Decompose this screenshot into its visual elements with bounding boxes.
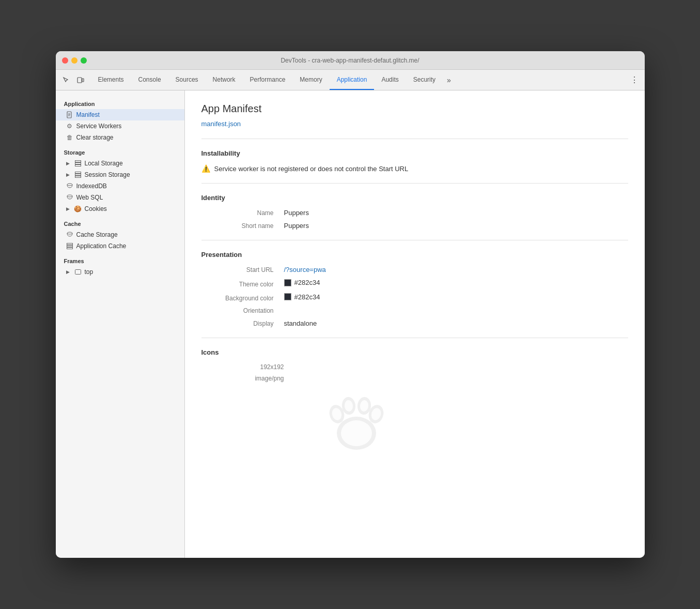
- icon-size-label: 192x192: [260, 363, 284, 371]
- start-url-value: /?source=pwa: [284, 266, 326, 273]
- manifest-icon: [66, 111, 73, 118]
- svg-point-14: [67, 232, 72, 234]
- svg-rect-15: [67, 243, 72, 245]
- indexeddb-icon: [66, 182, 73, 190]
- divider: [201, 240, 628, 240]
- local-storage-icon: [74, 160, 82, 167]
- theme-color-label: Theme color: [201, 281, 284, 288]
- paw-icon-container: [305, 363, 408, 467]
- tab-console[interactable]: Console: [131, 70, 168, 90]
- tab-sources[interactable]: Sources: [168, 70, 206, 90]
- divider: [201, 139, 628, 139]
- short-name-row: Short name Puppers: [201, 222, 628, 230]
- svg-point-24: [341, 420, 372, 446]
- presentation-title: Presentation: [201, 251, 628, 258]
- cookie-icon: 🍪: [74, 205, 82, 212]
- paw-print-icon: [315, 374, 398, 456]
- svg-rect-18: [75, 270, 81, 275]
- display-label: Display: [201, 320, 284, 327]
- session-storage-icon: [74, 171, 82, 178]
- name-row: Name Puppers: [201, 209, 628, 217]
- svg-point-13: [67, 195, 72, 197]
- tab-elements[interactable]: Elements: [91, 70, 131, 90]
- orientation-label: Orientation: [201, 307, 284, 314]
- tab-security[interactable]: Security: [406, 70, 443, 90]
- installability-title: Installability: [201, 149, 628, 157]
- svg-rect-1: [82, 79, 84, 82]
- minimize-button[interactable]: [71, 57, 77, 64]
- start-url-link[interactable]: /?source=pwa: [284, 266, 326, 273]
- svg-rect-0: [77, 78, 82, 83]
- maximize-button[interactable]: [81, 57, 87, 64]
- tab-network[interactable]: Network: [206, 70, 243, 90]
- name-value: Puppers: [284, 209, 309, 217]
- start-url-row: Start URL /?source=pwa: [201, 266, 628, 273]
- name-label: Name: [201, 209, 284, 217]
- more-tabs-button[interactable]: »: [443, 70, 455, 90]
- trash-icon: 🗑: [66, 134, 73, 141]
- sidebar-item-indexeddb[interactable]: IndexedDB: [56, 180, 184, 192]
- svg-rect-11: [75, 176, 81, 178]
- device-icon[interactable]: [74, 74, 87, 86]
- sidebar-item-web-sql[interactable]: Web SQL: [56, 192, 184, 203]
- theme-color-swatch[interactable]: [284, 279, 291, 286]
- svg-rect-17: [67, 248, 72, 249]
- tab-performance[interactable]: Performance: [243, 70, 293, 90]
- sidebar-item-local-storage[interactable]: ▶ Local Storage: [56, 158, 184, 169]
- icon-info: 192x192 image/png: [201, 363, 628, 467]
- svg-rect-7: [75, 163, 81, 164]
- svg-point-12: [67, 184, 72, 186]
- short-name-value: Puppers: [284, 222, 309, 230]
- expand-icon: ▶: [66, 269, 71, 275]
- sidebar-item-clear-storage[interactable]: 🗑 Clear storage: [56, 132, 184, 143]
- sidebar-item-manifest[interactable]: Manifest: [56, 109, 184, 120]
- expand-icon: ▶: [66, 161, 71, 166]
- expand-icon: ▶: [66, 172, 71, 177]
- svg-rect-6: [75, 161, 81, 162]
- sidebar-item-cookies[interactable]: ▶ 🍪 Cookies: [56, 203, 184, 215]
- svg-rect-9: [75, 172, 81, 174]
- tab-bar: Elements Console Sources Network Perform…: [56, 70, 645, 90]
- theme-color-row: Theme color #282c34: [201, 279, 628, 288]
- sidebar-item-cache-storage[interactable]: Cache Storage: [56, 229, 184, 240]
- background-color-label: Background color: [201, 295, 284, 302]
- window-title: DevTools - cra-web-app-manifest-defaut.g…: [281, 57, 419, 64]
- close-button[interactable]: [62, 57, 68, 64]
- devtools-window: DevTools - cra-web-app-manifest-defaut.g…: [56, 51, 645, 558]
- tab-audits[interactable]: Audits: [374, 70, 406, 90]
- manifest-link[interactable]: manifest.json: [201, 120, 241, 128]
- tab-memory[interactable]: Memory: [292, 70, 329, 90]
- display-value: standalone: [284, 319, 317, 327]
- short-name-label: Short name: [201, 222, 284, 230]
- cache-section-label: Cache: [56, 215, 184, 229]
- frames-section-label: Frames: [56, 252, 184, 266]
- cache-storage-icon: [66, 231, 73, 238]
- sidebar-item-application-cache[interactable]: Application Cache: [56, 240, 184, 252]
- frame-icon: [74, 268, 82, 276]
- display-row: Display standalone: [201, 319, 628, 327]
- gear-icon: ⚙: [66, 123, 73, 130]
- tabs-container: Elements Console Sources Network Perform…: [91, 70, 628, 90]
- svg-rect-8: [75, 165, 81, 166]
- sidebar-item-frames-top[interactable]: ▶ top: [56, 266, 184, 278]
- divider: [201, 338, 628, 338]
- sidebar-item-session-storage[interactable]: ▶ Session Storage: [56, 169, 184, 180]
- sidebar: Application Manifest ⚙ Service Workers: [56, 90, 185, 558]
- svg-rect-16: [67, 246, 72, 247]
- warning-icon: ⚠️: [201, 164, 210, 173]
- identity-title: Identity: [201, 194, 628, 202]
- inspect-icon[interactable]: [60, 74, 72, 86]
- background-color-swatch[interactable]: [284, 293, 291, 300]
- tab-application[interactable]: Application: [330, 70, 375, 90]
- web-sql-icon: [66, 194, 73, 201]
- icon-type-label: image/png: [255, 375, 284, 382]
- app-cache-icon: [66, 242, 73, 250]
- warning-text: Service worker is not registered or does…: [214, 165, 409, 173]
- tab-bar-right: ⋮: [628, 70, 645, 90]
- installability-warning: ⚠️ Service worker is not registered or d…: [201, 164, 628, 173]
- menu-icon[interactable]: ⋮: [628, 74, 641, 86]
- content-area: App Manifest manifest.json Installabilit…: [185, 90, 645, 558]
- traffic-lights: [62, 57, 87, 64]
- sidebar-item-service-workers[interactable]: ⚙ Service Workers: [56, 120, 184, 132]
- theme-color-value: #282c34: [284, 279, 320, 286]
